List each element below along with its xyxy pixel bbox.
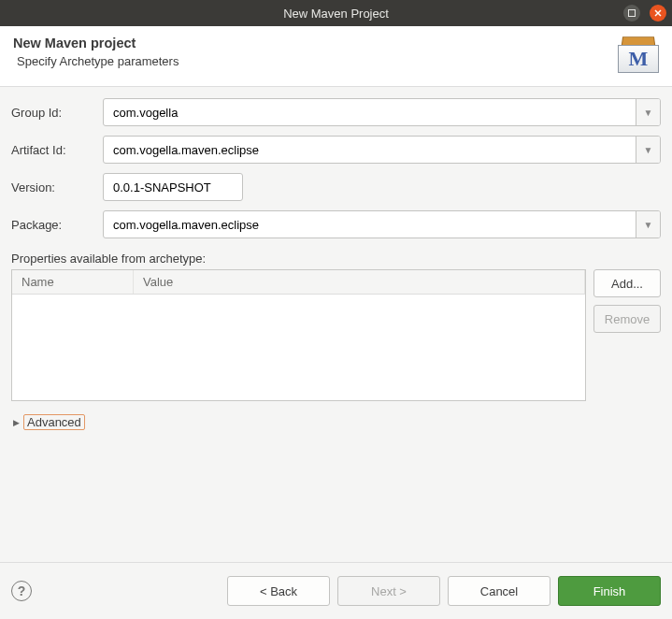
version-input[interactable] bbox=[104, 174, 243, 200]
help-icon[interactable]: ? bbox=[11, 581, 32, 601]
column-name[interactable]: Name bbox=[12, 270, 134, 294]
artifact-id-label: Artifact Id: bbox=[11, 143, 95, 157]
wizard-header: New Maven project Specify Archetype para… bbox=[0, 26, 672, 87]
advanced-toggle[interactable]: Advanced bbox=[23, 414, 85, 430]
page-title: New Maven project bbox=[13, 36, 179, 50]
package-label: Package: bbox=[11, 218, 95, 232]
close-icon[interactable] bbox=[650, 5, 666, 22]
button-bar: ? < Back Next > Cancel Finish bbox=[0, 562, 672, 619]
add-button[interactable]: Add... bbox=[593, 269, 661, 297]
cancel-button[interactable]: Cancel bbox=[448, 576, 550, 606]
maximize-icon[interactable] bbox=[623, 5, 640, 22]
artifact-id-combo[interactable]: ▼ bbox=[103, 136, 661, 164]
maven-icon: M bbox=[618, 36, 659, 73]
properties-table[interactable]: Name Value bbox=[11, 269, 586, 401]
table-body[interactable] bbox=[12, 295, 585, 400]
svg-rect-0 bbox=[629, 10, 636, 17]
remove-button: Remove bbox=[593, 305, 661, 333]
table-header: Name Value bbox=[12, 270, 585, 295]
finish-button[interactable]: Finish bbox=[558, 576, 661, 606]
titlebar: New Maven Project bbox=[0, 0, 672, 26]
group-id-label: Group Id: bbox=[11, 106, 95, 120]
version-label: Version: bbox=[11, 180, 95, 194]
next-button: Next > bbox=[337, 576, 440, 606]
chevron-down-icon[interactable]: ▼ bbox=[636, 99, 660, 125]
chevron-down-icon[interactable]: ▼ bbox=[636, 211, 660, 238]
properties-heading: Properties available from archetype: bbox=[11, 252, 661, 266]
form-area: Group Id: ▼ Artifact Id: ▼ Version: ▼ Pa… bbox=[0, 87, 672, 562]
package-combo[interactable]: ▼ bbox=[103, 210, 661, 238]
window-title: New Maven Project bbox=[283, 7, 389, 21]
page-subtitle: Specify Archetype parameters bbox=[17, 54, 179, 68]
chevron-right-icon[interactable]: ▶ bbox=[13, 418, 20, 427]
version-combo[interactable]: ▼ bbox=[103, 173, 243, 201]
chevron-down-icon[interactable]: ▼ bbox=[636, 137, 660, 163]
back-button[interactable]: < Back bbox=[227, 576, 330, 606]
artifact-id-input[interactable] bbox=[104, 137, 636, 163]
column-value[interactable]: Value bbox=[134, 270, 585, 294]
group-id-combo[interactable]: ▼ bbox=[103, 98, 661, 126]
group-id-input[interactable] bbox=[104, 99, 636, 125]
package-input[interactable] bbox=[104, 211, 636, 238]
